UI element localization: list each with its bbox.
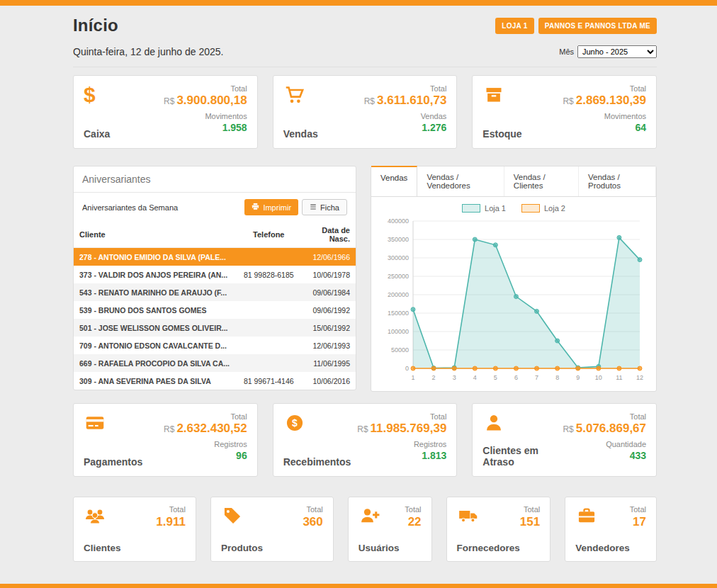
current-date: Quinta-feira, 12 de junho de 2025. bbox=[73, 46, 224, 57]
dollar-icon: $ bbox=[84, 84, 109, 106]
metric-value: 96 bbox=[164, 450, 247, 461]
kpi-amount: R$2.632.430,52 bbox=[164, 422, 247, 436]
kpi-amount: R$3.900.800,18 bbox=[164, 94, 247, 108]
metric-label: Quantidade bbox=[563, 440, 646, 448]
mini-card-produtos: Produtos Total 360 bbox=[210, 497, 334, 562]
svg-text:3: 3 bbox=[453, 374, 456, 381]
table-row[interactable]: 543 - RENATO MARINHO DE ARAUJO (F...09/0… bbox=[74, 283, 356, 301]
printer-icon bbox=[252, 203, 259, 212]
table-row[interactable]: 669 - RAFAELA PROCOPIO DA SILVA CA...11/… bbox=[74, 354, 356, 372]
col-data-nasc: Data de Nasc. bbox=[303, 222, 356, 248]
table-row[interactable]: 278 - ANTONIO EMIDIO DA SILVA (PALE...12… bbox=[74, 248, 356, 266]
total-label: Total bbox=[520, 505, 540, 514]
store-button[interactable]: LOJA 1 bbox=[495, 18, 533, 34]
table-row[interactable]: 501 - JOSE WELISSON GOMES OLIVEIR...15/0… bbox=[74, 319, 356, 337]
sales-chart-panel: Vendas Vendas / Vendedores Vendas / Clie… bbox=[371, 166, 657, 392]
person-icon bbox=[482, 412, 508, 434]
cart-icon bbox=[283, 84, 309, 106]
truck-icon bbox=[457, 505, 482, 526]
kpi-title: Clientes em Atraso bbox=[482, 445, 563, 468]
mini-title: Fornecedores bbox=[457, 543, 520, 553]
mini-value: 360 bbox=[303, 515, 322, 529]
svg-text:100000: 100000 bbox=[388, 328, 409, 335]
ficha-button[interactable]: Ficha bbox=[302, 199, 347, 215]
total-label: Total bbox=[156, 505, 186, 514]
tab-vendas-clientes[interactable]: Vendas / Clientes bbox=[504, 166, 579, 196]
metric-label: Movimentos bbox=[563, 112, 646, 120]
birthdays-subtitle: Aniversariantes da Semana bbox=[82, 203, 178, 212]
total-label: Total bbox=[164, 84, 247, 93]
tab-vendas-vendedores[interactable]: Vendas / Vendedores bbox=[417, 166, 504, 196]
birthdays-table: Cliente Telefone Data de Nasc. 278 - ANT… bbox=[74, 222, 356, 390]
svg-text:10: 10 bbox=[595, 374, 602, 381]
kpi-card-recebimentos: $ Recebimentos Total R$11.985.769,39 Reg… bbox=[273, 403, 458, 477]
user-plus-icon bbox=[358, 505, 384, 526]
col-cliente: Cliente bbox=[74, 222, 235, 248]
mini-title: Clientes bbox=[84, 543, 121, 553]
svg-text:9: 9 bbox=[576, 374, 580, 381]
metric-value: 1.958 bbox=[164, 122, 247, 133]
briefcase-icon bbox=[575, 505, 601, 526]
kpi-title: Recebimentos bbox=[283, 456, 351, 468]
mini-value: 151 bbox=[520, 515, 540, 529]
svg-text:250000: 250000 bbox=[388, 273, 409, 280]
kpi-title: Estoque bbox=[482, 128, 521, 140]
chart-legend: Loja 1 Loja 2 bbox=[377, 204, 650, 213]
kpi-card-caixa: $ Caixa Total R$3.900.800,18 Movimentos … bbox=[73, 75, 258, 149]
svg-text:50000: 50000 bbox=[391, 346, 409, 354]
kpi-amount: R$3.611.610,73 bbox=[364, 94, 447, 108]
total-label: Total bbox=[563, 84, 646, 93]
metric-label: Vendas bbox=[364, 112, 447, 120]
total-label: Total bbox=[563, 412, 646, 421]
mini-value: 22 bbox=[405, 515, 421, 529]
page-title: Início bbox=[73, 16, 118, 35]
metric-label: Movimentos bbox=[164, 112, 247, 120]
metric-value: 64 bbox=[563, 122, 646, 133]
coin-icon: $ bbox=[283, 412, 309, 434]
box-icon bbox=[482, 84, 508, 106]
print-button[interactable]: Imprimir bbox=[244, 199, 298, 215]
kpi-card-vendas: Vendas Total R$3.611.610,73 Vendas 1.276 bbox=[273, 75, 458, 149]
kpi-card-pagamentos: Pagamentos Total R$2.632.430,52 Registro… bbox=[73, 403, 258, 477]
svg-text:350000: 350000 bbox=[388, 236, 409, 243]
tab-vendas-produtos[interactable]: Vendas / Produtos bbox=[579, 166, 656, 196]
metric-value: 433 bbox=[563, 450, 646, 461]
mini-card-fornecedores: Fornecedores Total 151 bbox=[446, 497, 551, 562]
sales-chart: 0500001000001500002000002500003000003500… bbox=[377, 215, 650, 385]
svg-text:12: 12 bbox=[636, 374, 643, 381]
total-label: Total bbox=[164, 412, 247, 421]
svg-text:$: $ bbox=[292, 417, 298, 429]
table-row[interactable]: 539 - BRUNO DOS SANTOS GOMES09/06/1992 bbox=[74, 301, 356, 319]
total-label: Total bbox=[303, 505, 322, 514]
mini-value: 17 bbox=[630, 515, 646, 529]
mini-card-clientes: Clientes Total 1.911 bbox=[73, 497, 196, 562]
legend-label: Loja 1 bbox=[485, 204, 506, 213]
svg-text:4: 4 bbox=[473, 374, 477, 381]
tab-vendas[interactable]: Vendas bbox=[371, 166, 417, 196]
top-accent-bar bbox=[0, 0, 717, 6]
svg-text:300000: 300000 bbox=[388, 254, 409, 261]
list-icon bbox=[310, 203, 317, 212]
svg-text:150000: 150000 bbox=[388, 310, 409, 317]
birthdays-panel-title: Aniversariantes bbox=[74, 166, 356, 193]
metric-label: Registros bbox=[357, 440, 446, 448]
mini-card-usuarios: Usuários Total 22 bbox=[348, 497, 432, 562]
total-label: Total bbox=[405, 505, 421, 514]
metric-value: 1.276 bbox=[364, 122, 447, 133]
month-select[interactable]: Junho - 2025 bbox=[577, 45, 657, 58]
company-button[interactable]: PANNOS E PANNOS LTDA ME bbox=[538, 18, 657, 34]
kpi-title: Vendas bbox=[283, 128, 318, 140]
footer-accent-bar bbox=[0, 584, 717, 588]
total-label: Total bbox=[364, 84, 447, 93]
tag-icon bbox=[221, 505, 247, 526]
legend-label: Loja 2 bbox=[544, 204, 565, 213]
svg-text:400000: 400000 bbox=[388, 217, 409, 225]
table-row[interactable]: 373 - VALDIR DOS ANJOS PEREIRA (AN...81 … bbox=[74, 266, 356, 283]
birthdays-panel: Aniversariantes Aniversariantes da Seman… bbox=[73, 166, 356, 390]
col-telefone: Telefone bbox=[235, 222, 303, 248]
kpi-amount: R$2.869.130,39 bbox=[563, 94, 646, 108]
table-row[interactable]: 309 - ANA SEVERINA PAES DA SILVA81 99671… bbox=[74, 372, 356, 390]
table-row[interactable]: 709 - ANTONIO EDSON CAVALCANTE D...12/06… bbox=[74, 337, 356, 354]
svg-text:200000: 200000 bbox=[388, 291, 409, 298]
svg-text:11: 11 bbox=[616, 374, 622, 381]
